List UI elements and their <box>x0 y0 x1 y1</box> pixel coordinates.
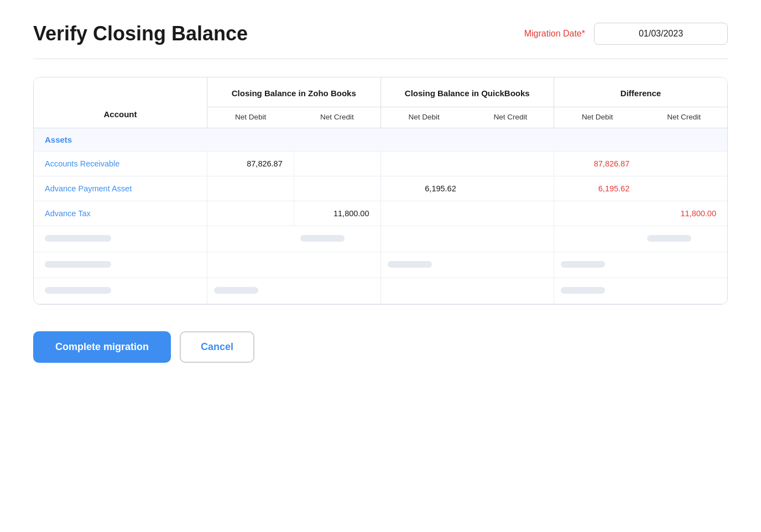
skeleton-cell <box>467 252 554 278</box>
skeleton-cell <box>640 278 727 304</box>
table-row: Advance Tax11,800.0011,800.00 <box>34 201 727 226</box>
account-cell: Advance Payment Asset <box>34 176 207 201</box>
value-cell: 87,826.87 <box>554 152 641 176</box>
account-cell: Accounts Receivable <box>34 152 207 176</box>
skeleton-cell <box>294 226 380 252</box>
balance-table-wrapper: Account Closing Balance in Zoho Books Cl… <box>33 77 728 305</box>
skeleton-cell <box>34 278 207 304</box>
value-cell <box>294 176 380 201</box>
col-subheader-zb-credit: Net Credit <box>294 107 380 128</box>
col-subheader-diff-debit: Net Debit <box>554 107 641 128</box>
skeleton-cell <box>207 252 294 278</box>
value-cell <box>554 201 641 226</box>
value-cell <box>640 176 727 201</box>
value-cell <box>380 152 467 176</box>
page-title: Verify Closing Balance <box>33 22 248 45</box>
value-cell <box>467 176 554 201</box>
skeleton-cell <box>380 252 467 278</box>
migration-date-label: Migration Date* <box>524 29 585 39</box>
value-cell <box>380 201 467 226</box>
col-subheader-diff-credit: Net Credit <box>640 107 727 128</box>
skeleton-cell <box>34 226 207 252</box>
value-cell <box>207 201 294 226</box>
col-subheader-zb-debit: Net Debit <box>207 107 294 128</box>
col-header-quickbooks: Closing Balance in QuickBooks <box>380 77 554 107</box>
skeleton-cell <box>554 226 641 252</box>
skeleton-cell <box>467 226 554 252</box>
table-row: Accounts Receivable87,826.8787,826.87 <box>34 152 727 176</box>
col-header-zoho-books: Closing Balance in Zoho Books <box>207 77 381 107</box>
skeleton-row <box>34 252 727 278</box>
page-header: Verify Closing Balance Migration Date* <box>33 22 728 59</box>
skeleton-cell <box>467 278 554 304</box>
table-header-group: Account Closing Balance in Zoho Books Cl… <box>34 77 727 107</box>
col-header-account: Account <box>34 77 207 128</box>
value-cell <box>207 176 294 201</box>
skeleton-row <box>34 278 727 304</box>
value-cell: 11,800.00 <box>294 201 380 226</box>
value-cell <box>467 152 554 176</box>
table-body: AssetsAccounts Receivable87,826.8787,826… <box>34 128 727 304</box>
account-cell: Advance Tax <box>34 201 207 226</box>
value-cell: 6,195.62 <box>554 176 641 201</box>
migration-date-section: Migration Date* <box>524 23 728 45</box>
value-cell: 6,195.62 <box>380 176 467 201</box>
balance-table: Account Closing Balance in Zoho Books Cl… <box>34 77 727 304</box>
footer-buttons: Complete migration Cancel <box>33 331 728 363</box>
skeleton-cell <box>554 252 641 278</box>
skeleton-cell <box>294 278 380 304</box>
skeleton-cell <box>294 252 380 278</box>
skeleton-cell <box>34 252 207 278</box>
skeleton-cell <box>554 278 641 304</box>
category-row: Assets <box>34 128 727 152</box>
col-subheader-qb-credit: Net Credit <box>467 107 554 128</box>
category-label: Assets <box>34 128 727 152</box>
value-cell <box>294 152 380 176</box>
skeleton-cell <box>207 278 294 304</box>
skeleton-cell <box>640 252 727 278</box>
complete-migration-button[interactable]: Complete migration <box>33 331 171 363</box>
skeleton-cell <box>207 226 294 252</box>
cancel-button[interactable]: Cancel <box>180 331 254 363</box>
skeleton-cell <box>640 226 727 252</box>
value-cell: 87,826.87 <box>207 152 294 176</box>
skeleton-row <box>34 226 727 252</box>
col-subheader-qb-debit: Net Debit <box>380 107 467 128</box>
skeleton-cell <box>380 226 467 252</box>
table-row: Advance Payment Asset6,195.626,195.62 <box>34 176 727 201</box>
skeleton-cell <box>380 278 467 304</box>
value-cell: 11,800.00 <box>640 201 727 226</box>
col-header-difference: Difference <box>554 77 728 107</box>
migration-date-input[interactable] <box>594 23 728 45</box>
value-cell <box>467 201 554 226</box>
value-cell <box>640 152 727 176</box>
